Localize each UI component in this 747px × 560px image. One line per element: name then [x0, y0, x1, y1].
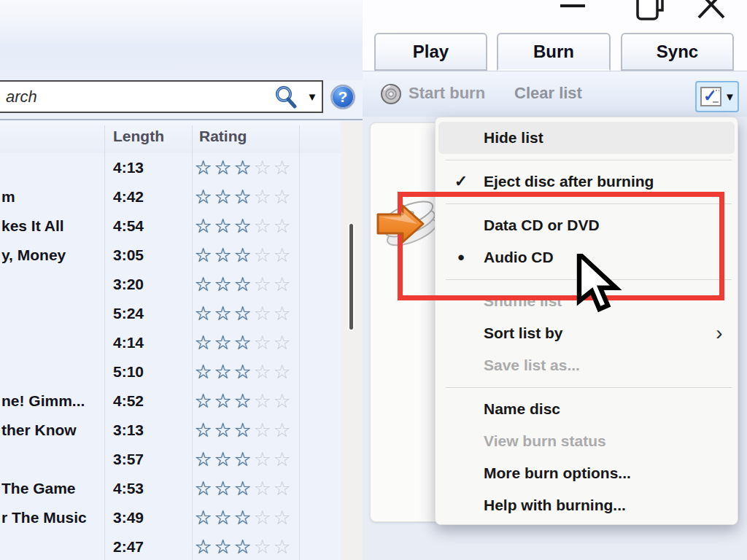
star-icon[interactable]: ☆ [193, 153, 213, 182]
star-icon[interactable]: ☆ [272, 182, 292, 211]
star-icon[interactable]: ☆ [233, 211, 252, 241]
scrollbar-thumb[interactable] [349, 224, 353, 330]
star-icon[interactable]: ☆ [213, 474, 233, 503]
tab-burn[interactable]: Burn [497, 33, 611, 71]
star-icon[interactable]: ☆ [272, 386, 292, 416]
star-icon[interactable]: ☆ [252, 299, 272, 328]
star-icon[interactable]: ☆ [193, 416, 213, 445]
star-icon[interactable]: ☆ [193, 532, 213, 560]
star-icon[interactable]: ☆ [193, 270, 213, 299]
track-row[interactable]: 3:57☆☆☆☆☆ [0, 445, 341, 474]
track-row[interactable]: 4:14☆☆☆☆☆ [0, 328, 341, 357]
star-icon[interactable]: ☆ [193, 503, 213, 532]
star-icon[interactable]: ☆ [233, 532, 252, 560]
star-icon[interactable]: ☆ [213, 270, 233, 299]
star-icon[interactable]: ☆ [233, 386, 252, 416]
star-icon[interactable]: ☆ [272, 532, 292, 560]
star-icon[interactable]: ☆ [233, 241, 252, 270]
track-row[interactable]: ther Know3:13☆☆☆☆☆ [0, 416, 341, 445]
star-icon[interactable]: ☆ [252, 474, 272, 503]
star-icon[interactable]: ☆ [213, 416, 233, 445]
star-icon[interactable]: ☆ [252, 241, 272, 270]
star-icon[interactable]: ☆ [252, 153, 272, 182]
star-icon[interactable]: ☆ [193, 357, 213, 386]
menu-item-view-burn-status[interactable]: View burn status [438, 425, 735, 457]
star-icon[interactable]: ☆ [233, 474, 252, 503]
star-icon[interactable]: ☆ [213, 211, 233, 241]
star-icon[interactable]: ☆ [193, 211, 213, 241]
search-dropdown-icon[interactable]: ▼ [303, 90, 322, 103]
start-burn-button[interactable]: Start burn [409, 84, 485, 103]
track-row[interactable]: 5:10☆☆☆☆☆ [0, 357, 341, 386]
star-icon[interactable]: ☆ [213, 241, 233, 270]
tab-play[interactable]: Play [374, 33, 487, 71]
track-row[interactable]: ne! Gimm...4:52☆☆☆☆☆ [0, 386, 341, 416]
track-row[interactable]: m4:42☆☆☆☆☆ [0, 182, 341, 211]
menu-item-help-with-burning[interactable]: Help with burning... [438, 489, 735, 521]
star-icon[interactable]: ☆ [213, 357, 233, 386]
menu-item-sort-list-by[interactable]: Sort list by› [438, 317, 735, 349]
star-icon[interactable]: ☆ [252, 503, 272, 532]
star-icon[interactable]: ☆ [193, 474, 213, 503]
menu-item-hide-list[interactable]: Hide list [438, 122, 735, 154]
menu-item-eject-disc[interactable]: ✓Eject disc after burning [438, 166, 735, 198]
star-icon[interactable]: ☆ [272, 211, 292, 241]
star-icon[interactable]: ☆ [252, 211, 272, 241]
star-icon[interactable]: ☆ [233, 503, 252, 532]
star-icon[interactable]: ☆ [272, 357, 292, 386]
star-icon[interactable]: ☆ [272, 503, 292, 532]
star-icon[interactable]: ☆ [233, 416, 252, 445]
star-icon[interactable]: ☆ [193, 386, 213, 416]
star-icon[interactable]: ☆ [272, 241, 292, 270]
star-icon[interactable]: ☆ [272, 153, 292, 182]
star-icon[interactable]: ☆ [252, 270, 272, 299]
star-icon[interactable]: ☆ [252, 416, 272, 445]
star-icon[interactable]: ☆ [252, 445, 272, 474]
burn-options-button[interactable]: ✓ ▼ [695, 81, 739, 112]
search-icon[interactable] [274, 85, 298, 109]
track-row[interactable]: kes It All4:54☆☆☆☆☆ [0, 211, 341, 241]
tab-sync[interactable]: Sync [621, 33, 734, 71]
track-row[interactable]: 5:24☆☆☆☆☆ [0, 299, 341, 328]
list-scrollbar[interactable] [341, 122, 363, 560]
star-icon[interactable]: ☆ [272, 445, 292, 474]
star-icon[interactable]: ☆ [193, 299, 213, 328]
column-header-rating[interactable]: Rating [199, 128, 247, 145]
star-icon[interactable]: ☆ [272, 474, 292, 503]
star-icon[interactable]: ☆ [193, 328, 213, 357]
track-row[interactable]: 4:13☆☆☆☆☆ [0, 153, 341, 182]
star-icon[interactable]: ☆ [233, 153, 252, 182]
star-icon[interactable]: ☆ [213, 386, 233, 416]
menu-item-save-list-as[interactable]: Save list as... [438, 349, 735, 381]
menu-item-more-burn-options[interactable]: More burn options... [438, 457, 735, 489]
track-row[interactable]: The Game4:53☆☆☆☆☆ [0, 474, 341, 503]
star-icon[interactable]: ☆ [213, 503, 233, 532]
search-input[interactable]: arch ▼ [0, 80, 323, 113]
star-icon[interactable]: ☆ [193, 445, 213, 474]
track-row[interactable]: y, Money3:05☆☆☆☆☆ [0, 241, 341, 270]
star-icon[interactable]: ☆ [193, 241, 213, 270]
star-icon[interactable]: ☆ [233, 445, 252, 474]
menu-item-name-disc[interactable]: Name disc [438, 393, 735, 425]
star-icon[interactable]: ☆ [272, 270, 292, 299]
star-icon[interactable]: ☆ [252, 357, 272, 386]
star-icon[interactable]: ☆ [213, 153, 233, 182]
star-icon[interactable]: ☆ [213, 328, 233, 357]
clear-list-button[interactable]: Clear list [514, 84, 582, 103]
star-icon[interactable]: ☆ [272, 328, 292, 357]
star-icon[interactable]: ☆ [272, 299, 292, 328]
star-icon[interactable]: ☆ [213, 445, 233, 474]
star-icon[interactable]: ☆ [233, 357, 252, 386]
help-icon[interactable]: ? [330, 85, 355, 109]
track-row[interactable]: 3:20☆☆☆☆☆ [0, 270, 341, 299]
track-row[interactable]: r The Music3:49☆☆☆☆☆ [0, 503, 341, 532]
star-icon[interactable]: ☆ [272, 416, 292, 445]
column-header-length[interactable]: Length [113, 128, 164, 145]
star-icon[interactable]: ☆ [233, 328, 252, 357]
star-icon[interactable]: ☆ [233, 182, 252, 211]
star-icon[interactable]: ☆ [233, 299, 252, 328]
menu-item-data-cd-or-dvd[interactable]: Data CD or DVD [438, 209, 735, 241]
star-icon[interactable]: ☆ [252, 328, 272, 357]
star-icon[interactable]: ☆ [213, 299, 233, 328]
star-icon[interactable]: ☆ [252, 182, 272, 211]
